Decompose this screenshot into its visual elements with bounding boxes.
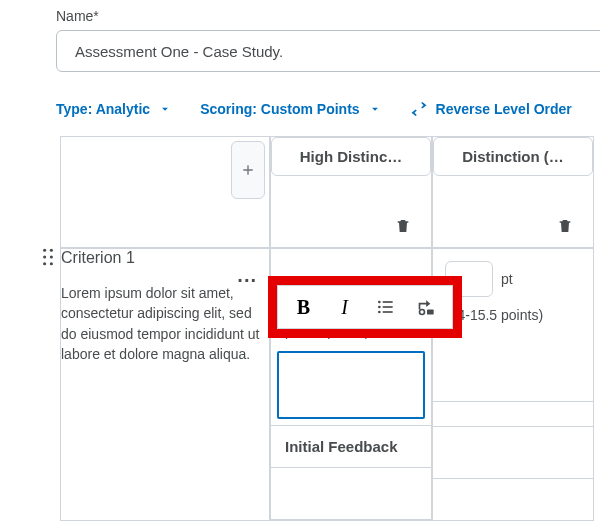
- reverse-level-order-label: Reverse Level Order: [436, 101, 572, 117]
- scoring-dropdown-label: Scoring: Custom Points: [200, 101, 359, 117]
- criterion-cell: Criterion 1 ··· Lorem ipsum dolor sit am…: [60, 248, 270, 521]
- svg-point-4: [43, 262, 46, 265]
- chevron-down-icon: [158, 102, 172, 116]
- svg-rect-9: [382, 306, 392, 308]
- svg-point-3: [50, 255, 53, 258]
- svg-point-8: [378, 306, 381, 309]
- chevron-down-icon: [368, 102, 382, 116]
- svg-point-2: [43, 255, 46, 258]
- delete-level-button[interactable]: [395, 218, 411, 237]
- rich-text-toolbar: B I: [268, 276, 462, 338]
- rubric-settings-toolbar: Type: Analytic Scoring: Custom Points Re…: [56, 100, 600, 118]
- svg-point-5: [50, 262, 53, 265]
- trash-icon: [557, 218, 573, 234]
- scoring-dropdown[interactable]: Scoring: Custom Points: [200, 101, 381, 117]
- drag-icon: [41, 248, 55, 266]
- svg-rect-11: [382, 311, 392, 313]
- criterion-menu-button[interactable]: ···: [237, 269, 257, 292]
- insert-icon: [417, 297, 437, 317]
- trash-icon: [395, 218, 411, 234]
- swap-icon: [410, 100, 428, 118]
- level-header: High Distinc…: [270, 136, 432, 248]
- plus-icon: [240, 162, 256, 178]
- name-label: Name*: [56, 8, 600, 24]
- level-name-input[interactable]: High Distinc…: [271, 137, 431, 176]
- cell-description-editor[interactable]: [433, 329, 593, 401]
- insert-stuff-button[interactable]: [410, 290, 444, 324]
- italic-button[interactable]: I: [328, 290, 362, 324]
- bold-button[interactable]: B: [287, 290, 321, 324]
- initial-feedback-editor[interactable]: [433, 427, 593, 479]
- criterion-title[interactable]: Criterion 1: [61, 249, 269, 267]
- level-name-input[interactable]: Distinction (…: [433, 137, 593, 176]
- svg-point-1: [50, 249, 53, 252]
- name-input[interactable]: [56, 30, 600, 72]
- type-dropdown[interactable]: Type: Analytic: [56, 101, 172, 117]
- svg-point-10: [378, 311, 381, 314]
- cell-description-editor[interactable]: [277, 351, 425, 419]
- type-dropdown-label: Type: Analytic: [56, 101, 150, 117]
- add-level-button[interactable]: [231, 141, 265, 199]
- svg-point-0: [43, 249, 46, 252]
- initial-feedback-header-continuation: [432, 401, 593, 427]
- add-level-cell: [60, 136, 270, 248]
- bullet-list-button[interactable]: [369, 290, 403, 324]
- svg-rect-7: [382, 301, 392, 303]
- svg-rect-13: [427, 310, 434, 315]
- initial-feedback-header: Initial Feedback: [271, 425, 431, 468]
- points-unit-label: pt: [501, 271, 513, 287]
- svg-point-12: [419, 310, 424, 315]
- delete-level-button[interactable]: [557, 218, 573, 237]
- initial-feedback-editor[interactable]: [271, 468, 431, 520]
- criterion-description[interactable]: Lorem ipsum dolor sit amet, consectetur …: [61, 283, 269, 364]
- level-header: Distinction (…: [432, 136, 594, 248]
- reverse-level-order-button[interactable]: Reverse Level Order: [410, 100, 572, 118]
- list-icon: [376, 297, 396, 317]
- drag-handle[interactable]: [41, 253, 55, 269]
- svg-point-6: [378, 301, 381, 304]
